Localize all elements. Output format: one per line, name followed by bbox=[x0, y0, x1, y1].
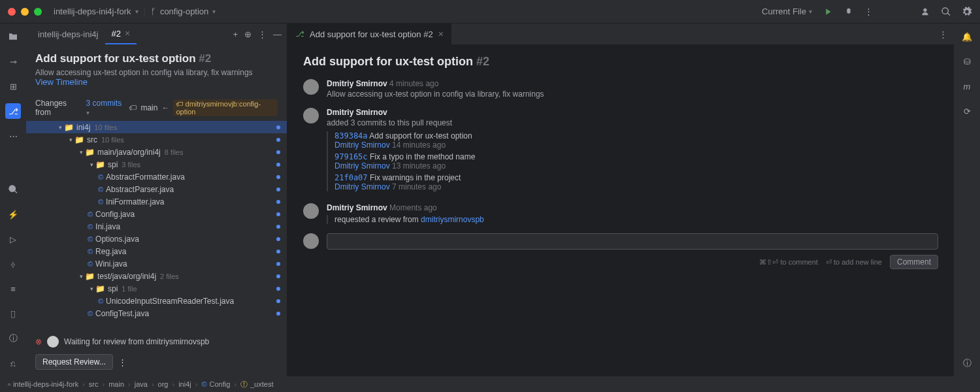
run-tool-button[interactable]: ▷ bbox=[5, 231, 21, 247]
commit-author[interactable]: Dmitriy Smirnov bbox=[335, 182, 390, 191]
breadcrumb-item[interactable]: main bbox=[108, 380, 124, 388]
problems-tool-button[interactable]: ⓘ bbox=[5, 331, 21, 346]
minimize-icon[interactable]: — bbox=[273, 29, 282, 39]
tree-file[interactable]: ©Ini.java bbox=[26, 220, 287, 233]
avatar bbox=[303, 108, 319, 123]
breadcrumb-item[interactable]: ini4j bbox=[178, 380, 191, 388]
run-config-dropdown[interactable]: Current File ▾ bbox=[762, 7, 812, 16]
breadcrumb-item[interactable]: Config bbox=[210, 380, 231, 388]
bookmarks-tool-button[interactable]: ≡ bbox=[5, 281, 21, 297]
commit-hash[interactable]: 979165c bbox=[335, 152, 368, 161]
breadcrumb-item[interactable]: intellij-deps-ini4j-fork bbox=[13, 380, 78, 388]
tree-folder[interactable]: ▾📁spi1 file bbox=[26, 282, 287, 295]
pr-tab-repo[interactable]: intellij-deps-ini4j bbox=[31, 24, 105, 44]
commit-tool-button[interactable]: ⊸ bbox=[5, 54, 21, 69]
comment-button[interactable]: Comment bbox=[890, 255, 938, 269]
services-tool-button[interactable]: ⚡ bbox=[5, 206, 21, 222]
avatar bbox=[303, 203, 319, 219]
more-tool-button[interactable]: ⋯ bbox=[5, 128, 21, 144]
tree-file[interactable]: ©AbstractParser.java bbox=[26, 183, 287, 195]
structure-tool-button[interactable]: ⊞ bbox=[5, 78, 21, 94]
tree-file[interactable]: ©Config.java bbox=[26, 208, 287, 220]
view-timeline-link[interactable]: View Timeline bbox=[35, 77, 278, 87]
pull-request-panel: intellij-deps-ini4j #2 × + ⊕ ⋮ — Add sup… bbox=[26, 24, 287, 376]
close-window-icon[interactable] bbox=[8, 8, 16, 16]
window-controls bbox=[8, 8, 42, 16]
coverage-button[interactable]: ⟳ bbox=[959, 103, 975, 119]
commit-author[interactable]: Dmitriy Smirnov bbox=[335, 140, 390, 150]
head-branch: 🏷 dmitriysmirnovjb:config-option bbox=[173, 99, 278, 116]
changes-from-row: Changes from 3 commits ▾ 🏷 main ← 🏷 dmit… bbox=[26, 95, 287, 121]
tree-folder[interactable]: ▾📁ini4j10 files bbox=[26, 121, 287, 133]
notifications-button[interactable]: 🔔 bbox=[959, 29, 975, 44]
breadcrumb-item[interactable]: java bbox=[135, 380, 148, 388]
search-icon bbox=[8, 184, 18, 195]
tree-file[interactable]: ©IniFormatter.java bbox=[26, 195, 287, 208]
maven-button[interactable]: m bbox=[959, 78, 975, 94]
expand-icon[interactable]: ⊕ bbox=[244, 29, 252, 39]
commit-hash[interactable]: 839384a bbox=[335, 131, 368, 140]
gear-icon bbox=[962, 7, 972, 17]
tree-folder[interactable]: ▾📁src10 files bbox=[26, 133, 287, 146]
vcs-tool-button[interactable]: ⎌ bbox=[5, 355, 21, 371]
commits-dropdown[interactable]: 3 commits ▾ bbox=[86, 99, 125, 117]
changes-from-label: Changes from bbox=[35, 99, 82, 117]
comment-input[interactable] bbox=[327, 233, 938, 250]
tree-file[interactable]: ©Options.java bbox=[26, 233, 287, 245]
editor-tab-pr[interactable]: ⎇ Add support for ux-test option #2 × bbox=[287, 24, 452, 44]
debug-button[interactable] bbox=[843, 7, 854, 17]
project-tool-button[interactable] bbox=[5, 29, 21, 44]
settings-button[interactable] bbox=[962, 7, 972, 17]
tree-folder[interactable]: ▾📁main/java/org/ini4j8 files bbox=[26, 146, 287, 158]
maximize-window-icon[interactable] bbox=[34, 8, 42, 16]
tree-file[interactable]: ©Wini.java bbox=[26, 257, 287, 270]
add-icon[interactable]: + bbox=[233, 29, 238, 39]
tree-file[interactable]: ©Reg.java bbox=[26, 245, 287, 257]
tree-file[interactable]: ©UnicodeInputStreamReaderTest.java bbox=[26, 295, 287, 307]
tab-label: #2 bbox=[112, 29, 121, 39]
database-button[interactable]: ⛁ bbox=[959, 54, 975, 69]
tree-folder[interactable]: ▾📁spi3 files bbox=[26, 158, 287, 171]
statusbar: ▫ intellij-deps-ini4j-fork› src› main› j… bbox=[0, 376, 980, 392]
reviewer-link[interactable]: dmitriysmirnovspb bbox=[421, 215, 484, 224]
timeline-event: Dmitriy Smirnov 4 minutes ago Allow acce… bbox=[303, 79, 938, 99]
tree-file[interactable]: ©AbstractFormatter.java bbox=[26, 171, 287, 183]
commit-hash[interactable]: 21f0a07 bbox=[335, 173, 368, 182]
author-name: Dmitriy Smirnov bbox=[327, 79, 387, 88]
breadcrumb-item[interactable]: src bbox=[89, 380, 99, 388]
close-icon[interactable]: × bbox=[125, 28, 130, 39]
info-button[interactable]: ⓘ bbox=[959, 355, 975, 371]
more-button[interactable]: ⋮ bbox=[864, 7, 873, 16]
tree-folder[interactable]: ▾📁test/java/org/ini4j2 files bbox=[26, 270, 287, 282]
search-button[interactable] bbox=[941, 7, 951, 17]
event-message: requested a review from bbox=[335, 215, 419, 224]
find-tool-button[interactable] bbox=[5, 182, 21, 197]
timestamp: 13 minutes ago bbox=[392, 161, 446, 171]
code-with-me-button[interactable] bbox=[920, 7, 930, 17]
more-icon[interactable]: ⋮ bbox=[118, 357, 127, 367]
tab-label: intellij-deps-ini4j bbox=[38, 29, 99, 39]
review-status: ⊗ Waiting for review from dmitriysmirnov… bbox=[26, 329, 287, 354]
build-tool-button[interactable]: ⎀ bbox=[5, 256, 21, 272]
bug-icon bbox=[843, 7, 854, 17]
request-review-button[interactable]: Request Review... bbox=[35, 354, 113, 370]
more-icon[interactable]: ⋮ bbox=[258, 29, 267, 39]
chevron-down-icon: ▾ bbox=[135, 8, 139, 15]
minimize-window-icon[interactable] bbox=[21, 8, 29, 16]
chevron-down-icon: ▾ bbox=[212, 8, 216, 15]
breadcrumb-item[interactable]: _uxtest bbox=[250, 380, 273, 388]
terminal-tool-button[interactable]: ⌷ bbox=[5, 306, 21, 321]
breadcrumb-item[interactable]: org bbox=[158, 380, 169, 388]
commit-author[interactable]: Dmitriy Smirnov bbox=[335, 161, 390, 171]
pull-requests-tool-button[interactable]: ⎇ bbox=[5, 103, 21, 119]
pr-tab-number[interactable]: #2 × bbox=[105, 24, 137, 44]
close-icon[interactable]: × bbox=[438, 29, 444, 39]
tag-icon: 🏷 bbox=[129, 103, 137, 112]
tree-file[interactable]: ©ConfigTest.java bbox=[26, 307, 287, 319]
play-icon bbox=[823, 7, 833, 17]
run-button[interactable] bbox=[823, 7, 833, 17]
vcs-branch-dropdown[interactable]: ᚶ config-option ▾ bbox=[151, 7, 216, 16]
project-dropdown[interactable]: intellij-deps-ini4j-fork ▾ bbox=[54, 7, 139, 16]
editor-tab-more-button[interactable]: ⋮ bbox=[939, 29, 954, 39]
project-name: intellij-deps-ini4j-fork bbox=[54, 7, 131, 16]
